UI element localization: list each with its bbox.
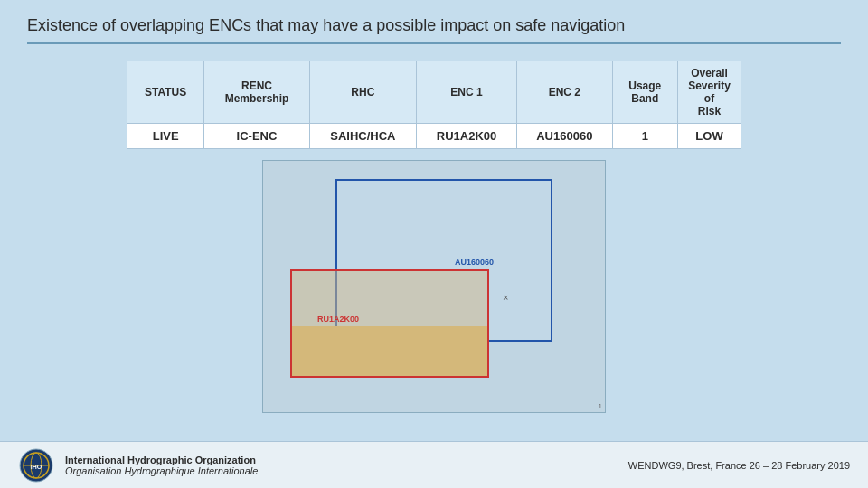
footer: IHO International Hydrographic Organizat… — [0, 441, 868, 488]
table-row: LIVE IC-ENC SAIHC/HCA RU1A2K00 AU160060 … — [127, 124, 741, 149]
col-usage: UsageBand — [612, 61, 677, 124]
col-overall: OverallSeverity ofRisk — [678, 61, 741, 124]
table-header-row: STATUS RENCMembership RHC ENC 1 ENC 2 Us… — [127, 61, 741, 124]
cell-enc2: AU160060 — [517, 124, 613, 149]
col-renc: RENCMembership — [204, 61, 309, 124]
ru1a2k00-label: RU1A2K00 — [317, 314, 359, 324]
cell-usage: 1 — [612, 124, 677, 149]
map-bottom-line: 1 — [596, 400, 605, 412]
data-table: STATUS RENCMembership RHC ENC 1 ENC 2 Us… — [127, 61, 741, 149]
content-area: STATUS RENCMembership RHC ENC 1 ENC 2 Us… — [27, 61, 841, 479]
col-enc1: ENC 1 — [417, 61, 517, 124]
footer-org-name-fr: Organisation Hydrographique Internationa… — [65, 465, 628, 476]
x-marker: × — [503, 292, 508, 303]
cell-renc: IC-ENC — [204, 124, 309, 149]
page-title: Existence of overlapping ENCs that may h… — [27, 16, 841, 35]
svg-text:IHO: IHO — [31, 464, 42, 470]
land-fill — [292, 326, 487, 376]
col-enc2: ENC 2 — [517, 61, 613, 124]
col-status: STATUS — [127, 61, 204, 124]
table-wrapper: STATUS RENCMembership RHC ENC 1 ENC 2 Us… — [127, 61, 741, 149]
cell-enc1: RU1A2K00 — [417, 124, 517, 149]
ru1a2k00-rect — [290, 269, 489, 378]
main-container: Existence of overlapping ENCs that may h… — [0, 0, 868, 488]
footer-org-name: International Hydrographic Organization — [65, 455, 628, 465]
cell-rhc: SAIHC/HCA — [309, 124, 416, 149]
cell-overall: LOW — [678, 124, 741, 149]
footer-org: International Hydrographic Organization … — [65, 455, 628, 476]
col-rhc: RHC — [309, 61, 416, 124]
iho-logo: IHO — [18, 447, 54, 483]
divider — [27, 42, 841, 44]
footer-event: WENDWG9, Brest, France 26 – 28 February … — [628, 460, 850, 471]
map-container: AU160060 RU1A2K00 × 1 — [262, 160, 606, 413]
au160060-label: AU160060 — [455, 258, 494, 267]
cell-status: LIVE — [127, 124, 204, 149]
map-background: AU160060 RU1A2K00 × 1 — [263, 161, 605, 412]
